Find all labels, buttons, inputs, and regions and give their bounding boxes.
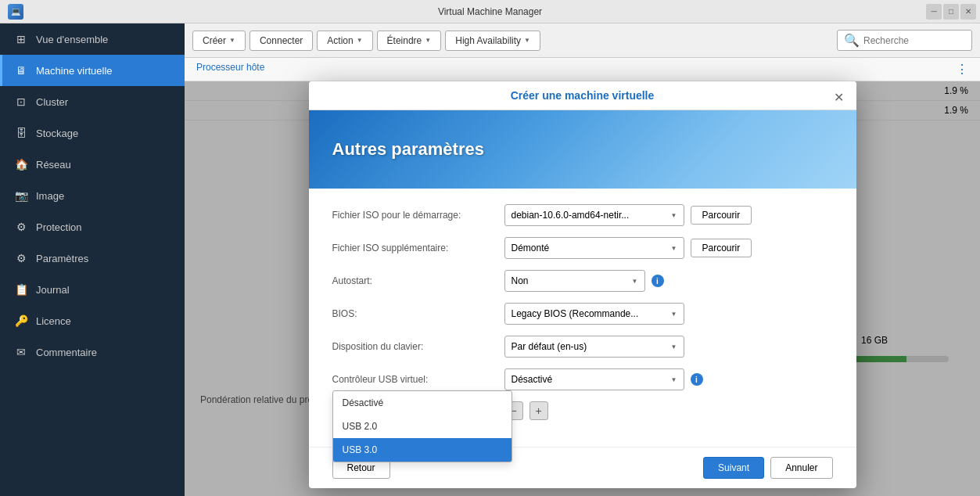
sidebar-label-comment: Commentaire — [36, 347, 97, 358]
creer-label: Créer — [203, 35, 226, 46]
sidebar-item-cluster[interactable]: ⊡ Cluster — [0, 86, 185, 117]
usb-label: Contrôleur USB virtuel: — [332, 374, 504, 385]
col-host-cpu[interactable]: Processeur hôte — [196, 62, 264, 77]
ha-label: High Availability — [455, 35, 521, 46]
search-box[interactable]: 🔍 — [837, 30, 972, 51]
autostart-value: Non — [512, 275, 529, 286]
app-icon: 💻 — [8, 4, 23, 20]
usb-option-usb2[interactable]: USB 2.0 — [333, 415, 512, 438]
keyboard-label: Disposition du clavier: — [332, 341, 504, 352]
sidebar-item-comment[interactable]: ✉ Commentaire — [0, 336, 185, 368]
sidebar-item-image[interactable]: 📷 Image — [0, 180, 185, 211]
increase-button[interactable]: + — [529, 401, 548, 420]
peripheral-control: − + — [504, 401, 833, 420]
autostart-select[interactable]: Non ▼ — [504, 270, 645, 292]
bios-select[interactable]: Legacy BIOS (Recommande... ▼ — [504, 303, 684, 325]
creer-arrow-icon: ▼ — [229, 37, 235, 44]
connecter-button[interactable]: Connecter — [249, 31, 313, 51]
bios-label: BIOS: — [332, 308, 504, 319]
browse-button-2[interactable]: Parcourir — [691, 239, 752, 257]
sidebar-label-storage: Stockage — [36, 128, 78, 139]
sidebar-label-license: Licence — [36, 315, 71, 327]
dialog-body: Fichier ISO pour le démarrage: debian-10… — [309, 189, 856, 447]
autostart-info-icon[interactable]: i — [652, 275, 664, 287]
sidebar-item-storage[interactable]: 🗄 Stockage — [0, 117, 185, 149]
dialog-overlay: Créer une machine virtuelle ✕ Autres par… — [185, 81, 980, 496]
maximize-button[interactable]: □ — [943, 4, 959, 20]
title-bar: 💻 Virtual Machine Manager ─ □ ✕ — [0, 0, 980, 23]
usb-option-disabled[interactable]: Désactivé — [333, 391, 512, 415]
dialog-header: Créer une machine virtuelle ✕ — [309, 81, 856, 110]
sidebar-label-vm: Machine virtuelle — [36, 65, 113, 77]
sidebar-item-overview[interactable]: ⊞ Vue d'ensemble — [0, 23, 185, 55]
ha-button[interactable]: High Availability ▼ — [445, 31, 540, 51]
sidebar-label-image: Image — [36, 190, 64, 202]
search-icon: 🔍 — [844, 33, 860, 48]
window-controls[interactable]: ─ □ ✕ — [926, 4, 976, 20]
sidebar-label-params: Paramètres — [36, 253, 88, 264]
autostart-arrow-icon: ▼ — [632, 278, 638, 285]
search-input[interactable] — [863, 35, 965, 46]
more-columns-icon[interactable]: ⋮ — [956, 62, 968, 77]
network-icon: 🏠 — [14, 157, 28, 171]
usb-value: Désactivé — [512, 374, 553, 385]
usb-info-icon[interactable]: i — [691, 373, 703, 386]
usb-option-usb2-label: USB 2.0 — [343, 421, 378, 432]
keyboard-control: Par défaut (en-us) ▼ — [504, 336, 833, 358]
params-icon: ⚙ — [14, 251, 28, 265]
iso-boot-value: debian-10.6.0-amd64-netir... — [512, 210, 630, 221]
keyboard-select[interactable]: Par défaut (en-us) ▼ — [504, 336, 684, 358]
comment-icon: ✉ — [14, 345, 28, 359]
connecter-label: Connecter — [260, 35, 303, 46]
iso-boot-row: Fichier ISO pour le démarrage: debian-10… — [332, 204, 833, 226]
iso-boot-select[interactable]: debian-10.6.0-amd64-netir... ▼ — [504, 204, 684, 226]
sidebar-item-params[interactable]: ⚙ Paramètres — [0, 243, 185, 274]
iso-extra-row: Fichier ISO supplémentaire: Démonté ▼ Pa… — [332, 237, 833, 259]
sidebar-label-network: Réseau — [36, 159, 71, 171]
iso-boot-label: Fichier ISO pour le démarrage: — [332, 210, 504, 221]
window-title: Virtual Machine Manager — [438, 6, 542, 17]
sidebar-label-cluster: Cluster — [36, 96, 68, 108]
cancel-button[interactable]: Annuler — [770, 457, 832, 479]
usb-dropdown: Désactivé USB 2.0 USB 3.0 — [332, 390, 512, 462]
table-area: 1.9 % 1.9 % Pondération relative du proc… — [185, 81, 980, 496]
usb-option-usb3-label: USB 3.0 — [343, 444, 378, 455]
usb-option-usb3[interactable]: USB 3.0 — [333, 438, 512, 462]
journal-icon: 📋 — [14, 282, 28, 297]
ha-arrow-icon: ▼ — [524, 37, 530, 44]
usb-arrow-icon: ▼ — [671, 376, 677, 383]
minimize-button[interactable]: ─ — [926, 4, 942, 20]
main-layout: ⊞ Vue d'ensemble 🖥 Machine virtuelle ⊡ C… — [0, 23, 980, 496]
iso-extra-arrow-icon: ▼ — [671, 245, 677, 252]
eteindre-arrow-icon: ▼ — [425, 37, 431, 44]
bios-row: BIOS: Legacy BIOS (Recommande... ▼ — [332, 303, 833, 325]
dialog-close-button[interactable]: ✕ — [830, 88, 849, 106]
storage-icon: 🗄 — [14, 126, 28, 140]
action-arrow-icon: ▼ — [357, 37, 363, 44]
iso-extra-label: Fichier ISO supplémentaire: — [332, 243, 504, 253]
bios-value: Legacy BIOS (Recommande... — [512, 308, 639, 319]
browse-button-1[interactable]: Parcourir — [691, 206, 752, 225]
usb-row: Contrôleur USB virtuel: Désactivé ▼ i — [332, 368, 833, 390]
cluster-icon: ⊡ — [14, 95, 28, 109]
iso-extra-select[interactable]: Démonté ▼ — [504, 237, 684, 259]
sidebar-item-vm[interactable]: 🖥 Machine virtuelle — [0, 55, 185, 86]
close-button[interactable]: ✕ — [960, 4, 976, 20]
autostart-control: Non ▼ i — [504, 270, 833, 292]
sidebar-item-journal[interactable]: 📋 Journal — [0, 274, 185, 305]
sidebar-item-protection[interactable]: ⚙ Protection — [0, 211, 185, 243]
sidebar-item-network[interactable]: 🏠 Réseau — [0, 149, 185, 180]
sidebar-label-protection: Protection — [36, 221, 82, 233]
next-button[interactable]: Suivant — [703, 457, 764, 479]
keyboard-row: Disposition du clavier: Par défaut (en-u… — [332, 336, 833, 358]
eteindre-button[interactable]: Éteindre ▼ — [377, 31, 442, 51]
usb-select[interactable]: Désactivé ▼ — [504, 368, 684, 390]
autostart-row: Autostart: Non ▼ i — [332, 270, 833, 292]
content-area: Créer ▼ Connecter Action ▼ Éteindre ▼ Hi… — [185, 23, 980, 496]
action-button[interactable]: Action ▼ — [317, 31, 372, 51]
bios-control: Legacy BIOS (Recommande... ▼ — [504, 303, 833, 325]
creer-button[interactable]: Créer ▼ — [192, 31, 246, 51]
sidebar: ⊞ Vue d'ensemble 🖥 Machine virtuelle ⊡ C… — [0, 23, 185, 496]
toolbar: Créer ▼ Connecter Action ▼ Éteindre ▼ Hi… — [185, 23, 980, 58]
sidebar-item-license[interactable]: 🔑 Licence — [0, 305, 185, 336]
